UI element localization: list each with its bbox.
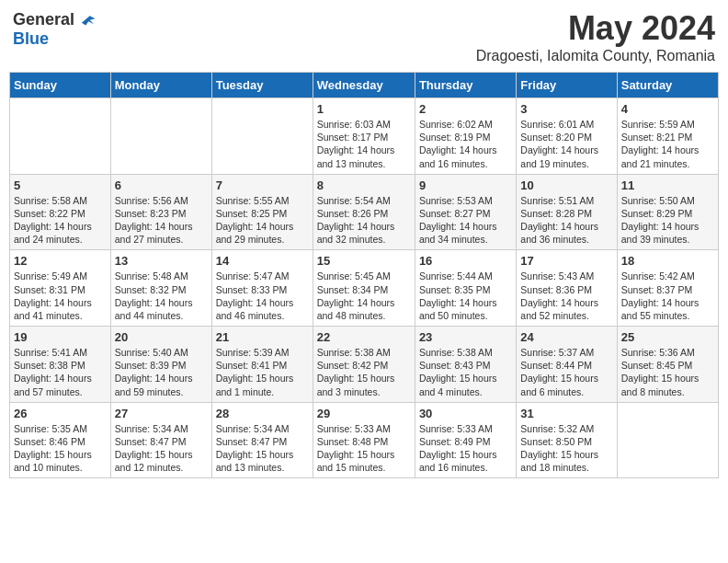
day-number: 7 <box>216 178 309 192</box>
calendar-cell: 5Sunrise: 5:58 AM Sunset: 8:22 PM Daylig… <box>10 174 111 250</box>
calendar-cell: 18Sunrise: 5:42 AM Sunset: 8:37 PM Dayli… <box>617 250 718 327</box>
svg-marker-0 <box>82 16 96 25</box>
calendar-cell: 9Sunrise: 5:53 AM Sunset: 8:27 PM Daylig… <box>415 174 516 250</box>
day-info: Sunrise: 5:34 AM Sunset: 8:47 PM Dayligh… <box>115 422 208 475</box>
day-info: Sunrise: 6:01 AM Sunset: 8:20 PM Dayligh… <box>520 118 612 170</box>
day-info: Sunrise: 5:42 AM Sunset: 8:37 PM Dayligh… <box>621 270 714 322</box>
calendar-cell: 22Sunrise: 5:38 AM Sunset: 8:42 PM Dayli… <box>313 327 415 403</box>
day-info: Sunrise: 5:51 AM Sunset: 8:28 PM Dayligh… <box>520 194 612 247</box>
day-number: 1 <box>317 102 411 116</box>
calendar-header-wednesday: Wednesday <box>313 73 415 98</box>
calendar-cell: 30Sunrise: 5:33 AM Sunset: 8:49 PM Dayli… <box>415 402 516 478</box>
day-number: 4 <box>621 102 714 116</box>
day-info: Sunrise: 6:03 AM Sunset: 8:17 PM Dayligh… <box>317 118 411 170</box>
day-info: Sunrise: 5:44 AM Sunset: 8:35 PM Dayligh… <box>419 270 512 322</box>
day-info: Sunrise: 5:39 AM Sunset: 8:41 PM Dayligh… <box>216 346 309 398</box>
calendar-week-row: 19Sunrise: 5:41 AM Sunset: 8:38 PM Dayli… <box>10 327 719 403</box>
calendar-cell: 21Sunrise: 5:39 AM Sunset: 8:41 PM Dayli… <box>211 327 313 403</box>
logo: General Blue <box>13 9 97 49</box>
page-header: General Blue May 2024 Dragoesti, Ialomit… <box>9 9 719 64</box>
day-info: Sunrise: 5:48 AM Sunset: 8:32 PM Dayligh… <box>115 270 208 322</box>
day-info: Sunrise: 5:32 AM Sunset: 8:50 PM Dayligh… <box>520 422 612 475</box>
day-info: Sunrise: 5:40 AM Sunset: 8:39 PM Dayligh… <box>115 346 208 398</box>
day-number: 15 <box>317 254 411 268</box>
calendar-header-friday: Friday <box>517 73 617 98</box>
day-number: 30 <box>419 407 512 420</box>
day-number: 22 <box>317 330 411 344</box>
day-number: 18 <box>621 254 714 268</box>
day-number: 17 <box>520 254 612 268</box>
calendar-cell: 31Sunrise: 5:32 AM Sunset: 8:50 PM Dayli… <box>517 402 617 478</box>
calendar-header-sunday: Sunday <box>10 73 111 98</box>
calendar-cell: 7Sunrise: 5:55 AM Sunset: 8:25 PM Daylig… <box>211 174 313 250</box>
calendar-cell: 27Sunrise: 5:34 AM Sunset: 8:47 PM Dayli… <box>110 402 211 478</box>
calendar-cell: 28Sunrise: 5:34 AM Sunset: 8:47 PM Dayli… <box>211 402 313 478</box>
calendar-cell: 10Sunrise: 5:51 AM Sunset: 8:28 PM Dayli… <box>517 174 617 250</box>
calendar-cell: 24Sunrise: 5:37 AM Sunset: 8:44 PM Dayli… <box>517 327 617 403</box>
day-info: Sunrise: 5:38 AM Sunset: 8:42 PM Dayligh… <box>317 346 411 398</box>
day-number: 13 <box>115 254 208 268</box>
day-info: Sunrise: 5:58 AM Sunset: 8:22 PM Dayligh… <box>14 194 107 247</box>
calendar-cell: 1Sunrise: 6:03 AM Sunset: 8:17 PM Daylig… <box>313 98 415 175</box>
day-info: Sunrise: 5:56 AM Sunset: 8:23 PM Dayligh… <box>115 194 208 247</box>
day-info: Sunrise: 5:59 AM Sunset: 8:21 PM Dayligh… <box>621 118 714 170</box>
day-info: Sunrise: 5:34 AM Sunset: 8:47 PM Dayligh… <box>216 422 309 475</box>
logo-blue-text: Blue <box>13 29 49 48</box>
day-number: 29 <box>317 407 411 420</box>
calendar-cell: 26Sunrise: 5:35 AM Sunset: 8:46 PM Dayli… <box>10 402 111 478</box>
day-number: 31 <box>520 407 612 420</box>
calendar-cell: 14Sunrise: 5:47 AM Sunset: 8:33 PM Dayli… <box>211 250 313 327</box>
calendar-week-row: 12Sunrise: 5:49 AM Sunset: 8:31 PM Dayli… <box>10 250 719 327</box>
day-info: Sunrise: 5:35 AM Sunset: 8:46 PM Dayligh… <box>14 422 107 475</box>
day-number: 8 <box>317 178 411 192</box>
calendar-cell: 4Sunrise: 5:59 AM Sunset: 8:21 PM Daylig… <box>617 98 718 175</box>
day-number: 27 <box>115 407 208 420</box>
logo-bird-icon <box>76 9 97 29</box>
day-number: 11 <box>621 178 714 192</box>
calendar-cell <box>10 98 111 175</box>
calendar-header-row: SundayMondayTuesdayWednesdayThursdayFrid… <box>10 73 719 98</box>
calendar-cell: 8Sunrise: 5:54 AM Sunset: 8:26 PM Daylig… <box>313 174 415 250</box>
day-number: 16 <box>419 254 512 268</box>
calendar-cell <box>211 98 313 175</box>
calendar-cell <box>617 402 718 478</box>
calendar-header-monday: Monday <box>110 73 211 98</box>
day-number: 10 <box>520 178 612 192</box>
calendar-week-row: 1Sunrise: 6:03 AM Sunset: 8:17 PM Daylig… <box>10 98 719 175</box>
calendar-cell: 19Sunrise: 5:41 AM Sunset: 8:38 PM Dayli… <box>10 327 111 403</box>
day-number: 5 <box>14 178 107 192</box>
calendar-cell: 16Sunrise: 5:44 AM Sunset: 8:35 PM Dayli… <box>415 250 516 327</box>
day-number: 26 <box>14 407 107 420</box>
day-info: Sunrise: 5:41 AM Sunset: 8:38 PM Dayligh… <box>14 346 107 398</box>
location-subtitle: Dragoesti, Ialomita County, Romania <box>476 48 715 64</box>
day-info: Sunrise: 5:49 AM Sunset: 8:31 PM Dayligh… <box>14 270 107 322</box>
calendar-week-row: 5Sunrise: 5:58 AM Sunset: 8:22 PM Daylig… <box>10 174 719 250</box>
calendar-cell: 12Sunrise: 5:49 AM Sunset: 8:31 PM Dayli… <box>10 250 111 327</box>
day-info: Sunrise: 5:55 AM Sunset: 8:25 PM Dayligh… <box>216 194 309 247</box>
logo-general-text: General <box>13 10 74 29</box>
day-info: Sunrise: 5:43 AM Sunset: 8:36 PM Dayligh… <box>520 270 612 322</box>
day-number: 20 <box>115 330 208 344</box>
day-number: 24 <box>520 330 612 344</box>
title-area: May 2024 Dragoesti, Ialomita County, Rom… <box>476 9 715 64</box>
calendar-header-thursday: Thursday <box>415 73 516 98</box>
day-info: Sunrise: 5:36 AM Sunset: 8:45 PM Dayligh… <box>621 346 714 398</box>
calendar-cell: 6Sunrise: 5:56 AM Sunset: 8:23 PM Daylig… <box>110 174 211 250</box>
day-info: Sunrise: 6:02 AM Sunset: 8:19 PM Dayligh… <box>419 118 512 170</box>
day-number: 14 <box>216 254 309 268</box>
day-info: Sunrise: 5:50 AM Sunset: 8:29 PM Dayligh… <box>621 194 714 247</box>
day-info: Sunrise: 5:53 AM Sunset: 8:27 PM Dayligh… <box>419 194 512 247</box>
day-number: 19 <box>14 330 107 344</box>
day-number: 28 <box>216 407 309 420</box>
calendar-header-saturday: Saturday <box>617 73 718 98</box>
calendar-table: SundayMondayTuesdayWednesdayThursdayFrid… <box>9 72 719 478</box>
day-number: 2 <box>419 102 512 116</box>
calendar-cell: 11Sunrise: 5:50 AM Sunset: 8:29 PM Dayli… <box>617 174 718 250</box>
month-title: May 2024 <box>476 9 715 48</box>
day-info: Sunrise: 5:33 AM Sunset: 8:49 PM Dayligh… <box>419 422 512 475</box>
day-info: Sunrise: 5:37 AM Sunset: 8:44 PM Dayligh… <box>520 346 612 398</box>
calendar-cell <box>110 98 211 175</box>
day-number: 25 <box>621 330 714 344</box>
day-number: 3 <box>520 102 612 116</box>
day-info: Sunrise: 5:38 AM Sunset: 8:43 PM Dayligh… <box>419 346 512 398</box>
